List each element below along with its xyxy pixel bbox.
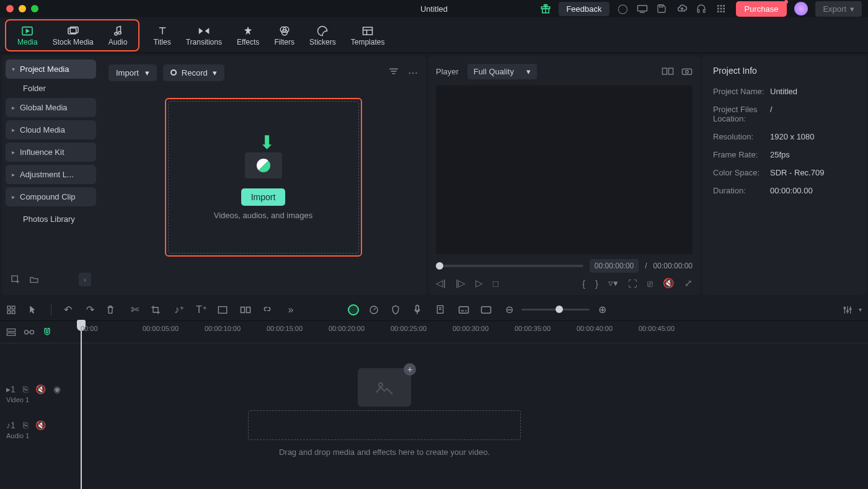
- next-frame-icon[interactable]: |▷: [456, 278, 466, 289]
- sidebar-influence-kit[interactable]: ▸Influence Kit: [6, 143, 96, 162]
- sidebar-compound-clip[interactable]: ▸Compound Clip: [6, 187, 96, 206]
- more-icon[interactable]: ⋯: [408, 67, 418, 79]
- notification-dot-icon: [784, 0, 788, 4]
- video-track-header[interactable]: ▸1 ⎘ 🔇 ◉ Video 1: [0, 381, 81, 416]
- filter-icon[interactable]: [388, 67, 399, 79]
- split-icon[interactable]: ✄: [128, 304, 141, 315]
- user-avatar[interactable]: [794, 2, 808, 15]
- speed-icon[interactable]: [369, 305, 381, 315]
- zoom-thumb[interactable]: [556, 306, 563, 313]
- crop-icon[interactable]: [151, 305, 163, 315]
- select-tool-icon[interactable]: [6, 305, 19, 315]
- tab-transitions[interactable]: Transitions: [179, 22, 229, 49]
- chevron-down-icon[interactable]: ▾: [859, 306, 862, 313]
- timeline-tracks[interactable]: + Drag and drop media and effects here t…: [81, 343, 868, 488]
- timeline-ruler[interactable]: 00:00 00:00:05:00 00:00:10:00 00:00:15:0…: [81, 321, 868, 343]
- cloud-icon[interactable]: [676, 4, 689, 13]
- zoom-out-icon[interactable]: ⊖: [503, 304, 515, 315]
- gift-icon[interactable]: [540, 3, 551, 14]
- more-tools-icon[interactable]: »: [285, 304, 297, 315]
- shield-icon[interactable]: [391, 305, 404, 315]
- sidebar-adjustment-layer[interactable]: ▸Adjustment L...: [6, 165, 96, 184]
- export-button[interactable]: Export▾: [815, 1, 862, 17]
- feedback-button[interactable]: Feedback: [559, 2, 609, 16]
- new-bin-icon[interactable]: [11, 275, 20, 284]
- save-icon[interactable]: [657, 4, 669, 14]
- mask-icon[interactable]: [240, 306, 252, 314]
- sidebar-folder[interactable]: Folder: [6, 79, 96, 98]
- tab-stock-media[interactable]: Stock Media: [45, 22, 101, 49]
- tab-audio[interactable]: Audio: [101, 22, 135, 49]
- headphone-icon[interactable]: [696, 4, 709, 14]
- record-dropdown[interactable]: Record▾: [163, 64, 224, 81]
- mute-icon[interactable]: 🔇: [35, 420, 46, 430]
- purchase-button[interactable]: Purchase: [736, 1, 787, 17]
- mark-in-icon[interactable]: {: [582, 278, 585, 289]
- timeline-ruler-head: [0, 321, 81, 343]
- tab-filters[interactable]: Filters: [267, 22, 302, 49]
- collapse-sidebar-button[interactable]: ‹: [79, 273, 91, 286]
- minimize-window[interactable]: [19, 5, 26, 12]
- eye-icon[interactable]: ◉: [53, 384, 61, 394]
- maximize-window[interactable]: [31, 5, 38, 12]
- cc-icon[interactable]: [480, 306, 493, 314]
- new-folder-icon[interactable]: [29, 275, 39, 284]
- link-icon[interactable]: [262, 306, 275, 314]
- delete-icon[interactable]: [106, 305, 118, 315]
- import-drop-zone[interactable]: ⬇ Import Videos, audios, and images: [168, 101, 359, 253]
- import-button[interactable]: Import: [241, 188, 286, 206]
- sidebar-project-media[interactable]: ▾Project Media: [6, 59, 96, 79]
- import-dropdown[interactable]: Import▾: [108, 64, 157, 81]
- toggle-tracks-icon[interactable]: [6, 328, 16, 337]
- camera-icon[interactable]: ⎚: [647, 278, 653, 289]
- lock-icon[interactable]: ⎘: [23, 420, 28, 430]
- scrub-track[interactable]: [436, 265, 583, 267]
- audio-tool-icon[interactable]: ♪⁺: [173, 304, 185, 315]
- audio-track-header[interactable]: ♪1 ⎘ 🔇 Audio 1: [0, 416, 81, 452]
- close-window[interactable]: [6, 5, 14, 12]
- undo-icon[interactable]: ↶: [61, 304, 74, 315]
- volume-icon[interactable]: 🔇: [663, 278, 675, 289]
- sidebar-global-media[interactable]: ▸Global Media: [6, 98, 96, 117]
- apps-icon[interactable]: [716, 4, 728, 14]
- quality-select[interactable]: Full Quality▾: [467, 64, 537, 79]
- prev-frame-icon[interactable]: ◁|: [436, 278, 446, 289]
- compare-view-icon[interactable]: [662, 67, 674, 76]
- link-tracks-icon[interactable]: [24, 328, 35, 336]
- marker-green-icon[interactable]: [348, 304, 359, 315]
- mic-icon[interactable]: [414, 304, 426, 315]
- zoom-slider[interactable]: [521, 309, 590, 311]
- tab-effects[interactable]: Effects: [229, 22, 267, 49]
- device-icon[interactable]: [637, 4, 649, 13]
- expand-icon[interactable]: ⤢: [684, 278, 693, 289]
- tab-titles[interactable]: Titles: [146, 22, 178, 49]
- lock-icon[interactable]: ⎘: [23, 384, 28, 394]
- stop-icon[interactable]: □: [493, 278, 498, 289]
- redo-icon[interactable]: ↷: [84, 304, 96, 315]
- mark-out-icon[interactable]: }: [595, 278, 598, 289]
- sidebar-cloud-media[interactable]: ▸Cloud Media: [6, 120, 96, 139]
- svg-point-22: [115, 32, 118, 35]
- player-viewport[interactable]: [436, 86, 693, 254]
- cursor-tool-icon[interactable]: [29, 305, 41, 315]
- tab-templates-label: Templates: [351, 38, 385, 46]
- tab-media[interactable]: Media: [10, 22, 45, 49]
- record-icon[interactable]: ◯: [617, 3, 629, 14]
- fullscreen-icon[interactable]: ⛶: [628, 278, 637, 289]
- notes-icon[interactable]: [436, 305, 448, 315]
- tab-templates[interactable]: Templates: [343, 22, 392, 49]
- magnet-icon[interactable]: [42, 327, 52, 337]
- play-icon[interactable]: ▷: [476, 278, 483, 289]
- text-tool-icon[interactable]: T⁺: [195, 304, 208, 315]
- sidebar-photos-library[interactable]: Photos Library: [6, 209, 96, 229]
- aspect-icon[interactable]: [218, 306, 230, 314]
- mute-icon[interactable]: 🔇: [35, 384, 46, 394]
- tab-stickers[interactable]: Stickers: [302, 22, 343, 49]
- mixer-icon[interactable]: [843, 305, 852, 315]
- zoom-in-icon[interactable]: ⊕: [596, 304, 608, 315]
- marker-icon[interactable]: ▿▾: [608, 278, 618, 289]
- snapshot-icon[interactable]: [681, 67, 693, 76]
- subtitle-icon[interactable]: [458, 306, 471, 314]
- scrub-thumb[interactable]: [436, 262, 443, 270]
- sidebar-label: Folder: [23, 84, 46, 93]
